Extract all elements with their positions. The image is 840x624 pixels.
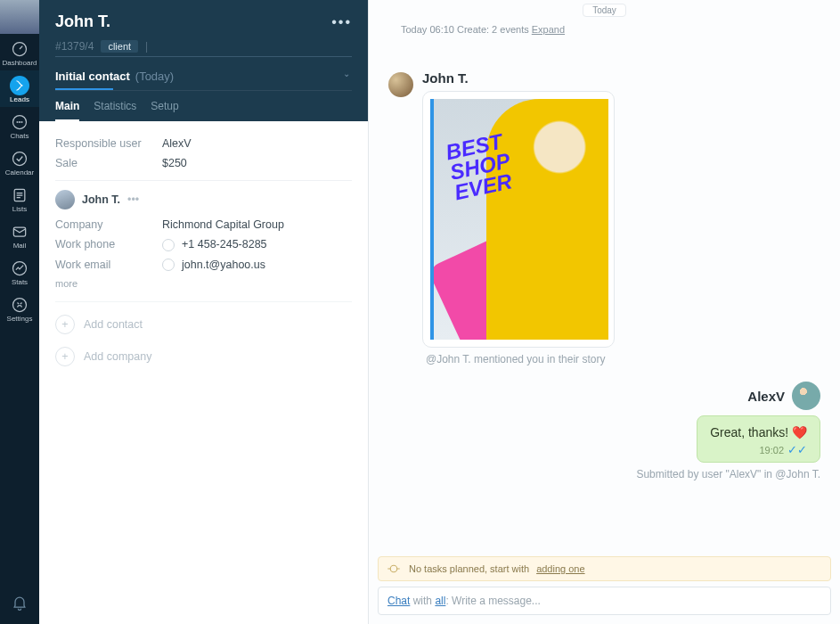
task-bar-text: No tasks planned, start with — [409, 563, 529, 574]
story-caption: @John T. mentioned you in their story — [426, 353, 820, 365]
sale-value[interactable]: $250 — [162, 157, 187, 169]
nav-settings[interactable]: Settings — [0, 290, 39, 326]
add-contact-label: Add contact — [84, 318, 143, 331]
work-phone-value[interactable]: +1 458-245-8285 — [162, 238, 267, 251]
email-action-icon[interactable] — [162, 259, 175, 271]
field-label: Work email — [55, 259, 162, 272]
contact-section: John T. ••• Company Richmond Capital Gro… — [55, 180, 352, 289]
company-value[interactable]: Richmond Capital Group — [162, 218, 284, 231]
lead-stage-selector[interactable]: Initial contact (Today) — [55, 70, 113, 90]
nav-label: Leads — [10, 95, 29, 103]
contact-menu-button[interactable]: ••• — [127, 193, 139, 206]
add-contact-button[interactable]: + Add contact — [55, 301, 352, 334]
stats-icon — [10, 259, 29, 278]
sender-avatar[interactable] — [792, 382, 820, 410]
mail-icon — [10, 222, 29, 242]
contact-name[interactable]: John T. — [82, 193, 120, 206]
composer-recipient-all[interactable]: all — [435, 595, 445, 607]
svg-point-10 — [390, 565, 397, 572]
nav-label: Chats — [11, 132, 29, 140]
lead-tabs: Main Statistics Setup — [55, 100, 352, 121]
check-circle-icon — [10, 149, 29, 168]
stage-label: Initial contact — [55, 70, 130, 83]
field-label: Responsible user — [55, 137, 162, 150]
svg-point-5 — [13, 152, 27, 166]
nav-mail[interactable]: Mail — [0, 217, 39, 253]
incoming-message: John T. BESTSHOPEVER — [388, 70, 820, 348]
tab-main[interactable]: Main — [55, 100, 79, 121]
chat-icon — [10, 112, 29, 132]
story-overlay-text: BESTSHOPEVER — [444, 131, 517, 203]
story-image: BESTSHOPEVER — [430, 99, 608, 340]
plus-icon: + — [55, 315, 75, 334]
list-icon — [10, 185, 29, 205]
workspace-avatar[interactable] — [0, 0, 39, 34]
nav-label: Lists — [12, 205, 27, 213]
svg-point-3 — [20, 122, 20, 123]
gauge-icon — [10, 39, 29, 59]
nav-dashboard[interactable]: Dashboard — [0, 34, 39, 70]
chat-date-separator: Today — [369, 0, 840, 17]
add-company-label: Add company — [84, 350, 151, 363]
chat-activity-meta: Today 06:10 Create: 2 events Expand — [401, 24, 840, 35]
add-company-button[interactable]: + Add company — [55, 347, 352, 366]
add-task-link[interactable]: adding one — [536, 563, 584, 574]
field-label: Company — [55, 218, 162, 231]
svg-rect-7 — [13, 227, 25, 236]
contact-avatar[interactable] — [55, 190, 75, 209]
svg-point-2 — [17, 122, 18, 123]
lead-tag[interactable]: client — [101, 40, 138, 53]
nav-label: Mail — [13, 242, 27, 250]
nav-label: Settings — [7, 315, 33, 323]
field-label: Work phone — [55, 238, 162, 251]
nav-lists[interactable]: Lists — [0, 180, 39, 217]
chevron-down-icon[interactable]: ⌄ — [343, 69, 352, 78]
sender-avatar[interactable] — [388, 72, 413, 97]
more-fields-link[interactable]: more — [55, 278, 352, 289]
chat-panel: Today Today 06:10 Create: 2 events Expan… — [369, 0, 840, 624]
task-icon — [386, 561, 402, 577]
today-pill: Today — [583, 4, 626, 17]
message-time: 19:02 — [759, 445, 784, 456]
plus-icon: + — [55, 347, 75, 366]
leads-icon — [10, 76, 29, 95]
lead-detail-panel: John T. ••• #1379/4 client | Initial con… — [39, 0, 369, 624]
stage-when: (Today) — [135, 70, 174, 83]
lead-name: John T. — [55, 12, 110, 31]
nav-stats[interactable]: Stats — [0, 253, 39, 290]
message-submitted-caption: Submitted by user "AlexV" in @John T. — [636, 468, 820, 480]
story-attachment[interactable]: BESTSHOPEVER — [422, 91, 615, 348]
field-label: Sale — [55, 157, 162, 169]
phone-action-icon[interactable] — [162, 239, 175, 251]
chat-messages[interactable]: John T. BESTSHOPEVER @John T. mentioned … — [369, 35, 840, 556]
sender-name: AlexV — [747, 389, 785, 404]
nav-label: Dashboard — [2, 59, 37, 67]
message-bubble[interactable]: Great, thanks! ❤️ 19:02 ✓✓ — [697, 415, 820, 463]
tag-cursor: | — [145, 40, 148, 53]
composer-placeholder: : Write a message... — [445, 595, 540, 607]
nav-notifications[interactable] — [11, 585, 29, 624]
work-email-value[interactable]: john.t@yahoo.us — [162, 259, 265, 272]
lead-id: #1379/4 — [55, 40, 94, 53]
svg-point-4 — [21, 122, 22, 123]
tab-statistics[interactable]: Statistics — [94, 100, 136, 121]
nav-leads[interactable]: Leads — [0, 70, 39, 107]
task-reminder-bar[interactable]: No tasks planned, start with adding one — [378, 556, 831, 581]
responsible-user-value[interactable]: AlexV — [162, 137, 192, 150]
read-receipt-icon: ✓✓ — [787, 443, 807, 456]
lead-body: Responsible user AlexV Sale $250 John T.… — [39, 121, 368, 379]
nav-calendar[interactable]: Calendar — [0, 144, 39, 180]
composer-mode-chat[interactable]: Chat — [387, 595, 410, 607]
expand-events-link[interactable]: Expand — [532, 24, 565, 35]
bell-icon — [11, 599, 29, 614]
nav-label: Stats — [12, 278, 28, 286]
nav-label: Calendar — [5, 168, 34, 177]
nav-rail: Dashboard Leads Chats Calendar Lists Mai… — [0, 0, 39, 624]
tab-setup[interactable]: Setup — [151, 100, 178, 121]
settings-icon — [10, 295, 29, 315]
message-composer[interactable]: Chat with all: Write a message... — [378, 587, 831, 615]
sender-name: John T. — [422, 70, 615, 86]
nav-chats[interactable]: Chats — [0, 107, 39, 144]
lead-menu-button[interactable]: ••• — [331, 14, 352, 30]
lead-header: John T. ••• #1379/4 client | Initial con… — [39, 0, 368, 121]
